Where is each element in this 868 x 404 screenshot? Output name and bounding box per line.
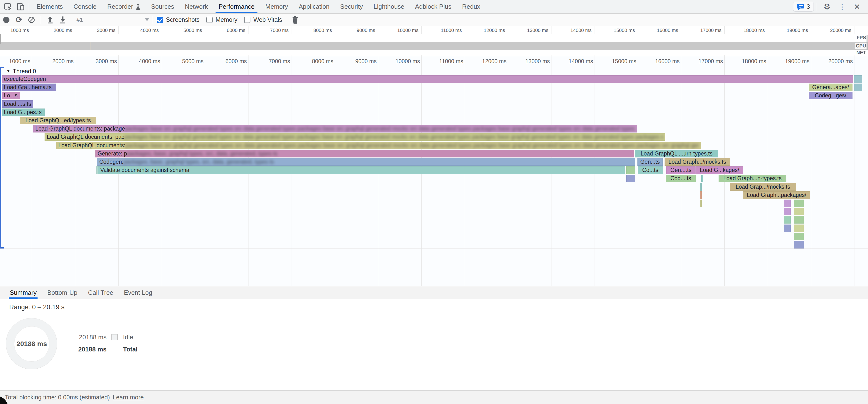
flame-bar[interactable]: Codegen: packages, base, graphql types, … — [97, 158, 635, 166]
flame-block[interactable] — [794, 224, 804, 232]
flame-block[interactable] — [702, 175, 703, 182]
tab-recorder[interactable]: Recorder — [102, 0, 146, 13]
flame-bar-label: Load GraphQL documents: pac — [47, 134, 124, 140]
flame-block[interactable] — [784, 224, 791, 232]
flame-block[interactable] — [794, 208, 804, 215]
tab-sources[interactable]: Sources — [146, 0, 180, 13]
flame-bar[interactable]: Gen....ts — [666, 166, 695, 174]
flame-bar[interactable]: Load GraphQ...ed/types.ts — [20, 117, 96, 124]
issues-button[interactable]: 3 — [793, 2, 813, 12]
record-button[interactable] — [0, 14, 12, 25]
redacted-text: packages base src graphql generated type… — [125, 142, 699, 149]
flame-block[interactable] — [701, 183, 702, 191]
flame-bar[interactable]: Codeg...ges/ — [809, 92, 852, 99]
detail-tab-call-tree[interactable]: Call Tree — [87, 286, 114, 299]
tab-security[interactable]: Security — [335, 0, 368, 13]
checkbox-label: Memory — [216, 16, 237, 23]
load-profile-button[interactable] — [44, 14, 56, 25]
checkbox-web-vitals[interactable]: Web Vitals — [244, 16, 282, 23]
flame-bar-label: Load Grap.../mocks.ts — [736, 184, 790, 190]
ruler-tick-label: 19000 ms — [767, 28, 808, 33]
flame-bar[interactable]: Load GraphQL documents: pacpackages base… — [44, 133, 665, 141]
flame-bar[interactable]: Load GraphQL documents:packages base src… — [56, 142, 702, 149]
flame-block[interactable] — [794, 199, 804, 207]
detail-tab-event-log[interactable]: Event Log — [123, 286, 153, 299]
tab-performance[interactable]: Performance — [213, 0, 260, 13]
flame-bar[interactable]: Genera...ages/ — [809, 84, 852, 91]
flame-block[interactable] — [794, 241, 804, 249]
legend-label: Total — [123, 346, 137, 353]
tab-console[interactable]: Console — [68, 0, 102, 13]
flame-block[interactable] — [784, 216, 791, 223]
more-options-kebab-icon[interactable]: ⋮ — [834, 3, 850, 11]
flame-block[interactable] — [784, 208, 791, 215]
overview-drag-handle[interactable] — [0, 34, 1, 43]
checkbox-unchecked-icon[interactable] — [206, 17, 213, 23]
save-profile-button[interactable] — [56, 14, 69, 25]
tab-lighthouse[interactable]: Lighthouse — [368, 0, 409, 13]
flame-bar[interactable]: Load Grap.../mocks.ts — [730, 183, 796, 191]
flame-bar[interactable]: Load G...kages/ — [696, 166, 743, 174]
flame-bar[interactable]: Cod....ts — [666, 175, 696, 182]
flame-bar[interactable]: Load Graph...n-types.ts — [719, 175, 786, 182]
detail-tab-summary[interactable]: Summary — [9, 286, 37, 299]
ruler-tick-label: 5000 ms — [161, 58, 204, 65]
flame-bar[interactable]: Validate documents against schema — [98, 166, 625, 174]
ruler-tick-label: 2000 ms — [31, 58, 73, 65]
flame-block[interactable] — [626, 166, 635, 174]
flame-block[interactable] — [794, 233, 804, 240]
tab-label: Network — [185, 3, 208, 10]
device-toolbar-icon[interactable] — [16, 2, 25, 11]
settings-gear-icon[interactable]: ⚙ — [820, 3, 835, 11]
flame-bar[interactable]: Load ...s.ts — [2, 100, 33, 108]
recording-history-select[interactable]: #1 — [76, 17, 149, 23]
clear-recordings-button[interactable] — [25, 14, 38, 25]
flame-bar[interactable]: Generate: ppackages, base, graphql types… — [95, 150, 634, 157]
legend-swatch — [112, 334, 118, 340]
thread-track-header[interactable]: ▼ Thread 0 — [6, 68, 36, 74]
tab-network[interactable]: Network — [180, 0, 213, 13]
tab-label: Redux — [462, 3, 480, 10]
tab-memory[interactable]: Memory — [260, 0, 293, 13]
ruler-tick-label: 8000 ms — [291, 58, 334, 65]
divider — [152, 16, 152, 24]
flame-block[interactable] — [794, 216, 804, 223]
flame-bar[interactable]: Load G...pes.ts — [2, 108, 45, 116]
flame-bar-label: Genera...ages/ — [812, 84, 849, 91]
flame-block[interactable] — [96, 166, 98, 174]
flame-block[interactable] — [784, 199, 791, 207]
detail-tab-bottom-up[interactable]: Bottom-Up — [46, 286, 78, 299]
flame-block[interactable] — [854, 75, 862, 83]
flame-bar[interactable]: Load Gra...hema.ts — [2, 84, 56, 91]
timeline-overview[interactable]: 1000 ms2000 ms3000 ms4000 ms5000 ms6000 … — [0, 26, 868, 56]
tab-label: Adblock Plus — [415, 3, 452, 10]
overview-scrollbar[interactable] — [867, 35, 868, 51]
tab-redux[interactable]: Redux — [457, 0, 486, 13]
checkbox-unchecked-icon[interactable] — [244, 17, 250, 23]
flame-block[interactable] — [854, 84, 862, 91]
reload-and-record-button[interactable]: ⟳ — [12, 14, 25, 25]
checkbox-checked-icon[interactable] — [157, 17, 163, 23]
flame-bar[interactable]: Lo...s — [2, 92, 20, 99]
flame-bar[interactable]: Load Graph...packages/ — [743, 191, 810, 199]
flame-block[interactable] — [701, 199, 702, 207]
tab-elements[interactable]: Elements — [31, 0, 68, 13]
close-devtools-icon[interactable]: ✕ — [850, 3, 864, 11]
flame-bar[interactable]: Load Graph.../mocks.ts — [664, 158, 730, 166]
collapse-triangle-icon[interactable]: ▼ — [6, 69, 10, 74]
garbage-collect-trash-icon[interactable] — [289, 14, 302, 25]
flame-block[interactable] — [701, 191, 702, 199]
inspect-element-icon[interactable] — [3, 2, 12, 11]
flame-bar[interactable]: Gen...ts — [638, 158, 662, 166]
flame-bar[interactable]: Load GraphQL ...urn-types.ts — [635, 150, 718, 157]
learn-more-link[interactable]: Learn more — [113, 394, 144, 401]
flame-bar[interactable]: Co...ts — [638, 166, 663, 174]
checkbox-screenshots[interactable]: Screenshots — [157, 16, 199, 23]
tab-adblock-plus[interactable]: Adblock Plus — [410, 0, 457, 13]
checkbox-memory[interactable]: Memory — [206, 16, 237, 23]
flame-bar[interactable]: executeCodegen — [2, 75, 853, 83]
flame-bar[interactable]: Load GraphQL documents: packagepackages … — [33, 125, 637, 132]
flame-chart[interactable]: 1000 ms2000 ms3000 ms4000 ms5000 ms6000 … — [0, 56, 868, 286]
flame-block[interactable] — [626, 175, 635, 182]
tab-application[interactable]: Application — [293, 0, 335, 13]
